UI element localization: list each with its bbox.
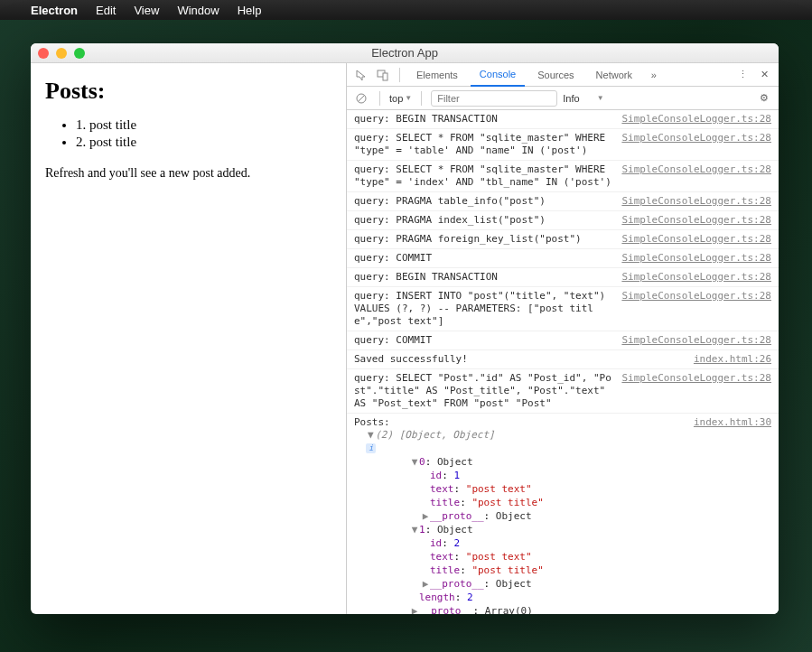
- more-tabs-icon[interactable]: »: [645, 66, 663, 84]
- settings-icon[interactable]: ⚙: [755, 89, 773, 107]
- minimize-window-button[interactable]: [56, 48, 67, 59]
- console-log-row: query: COMMITSimpleConsoleLogger.ts:28: [347, 331, 779, 350]
- log-source-link[interactable]: SimpleConsoleLogger.ts:28: [621, 290, 771, 303]
- log-message: query: PRAGMA index_list("post"): [354, 214, 614, 227]
- menu-window[interactable]: Window: [177, 4, 219, 17]
- console-toolbar: top▼ Info ▼ ⚙: [347, 87, 779, 110]
- level-selector[interactable]: Info ▼: [563, 93, 604, 104]
- tab-console[interactable]: Console: [471, 63, 525, 87]
- console-log-row: query: SELECT * FROM "sqlite_master" WHE…: [347, 129, 779, 161]
- console-log-row: query: PRAGMA table_info("post")SimpleCo…: [347, 192, 779, 211]
- disclosure-triangle-icon[interactable]: ▼: [410, 456, 419, 469]
- devtools-panel: Elements Console Sources Network » ⋮ ✕ t…: [347, 63, 779, 614]
- console-object-row: Posts: ▼(2) [Object, Object] i index.htm…: [347, 414, 779, 614]
- clear-console-icon[interactable]: [352, 89, 370, 107]
- inspect-icon[interactable]: [352, 66, 370, 84]
- disclosure-triangle-icon[interactable]: ▼: [410, 524, 419, 536]
- log-source-link[interactable]: SimpleConsoleLogger.ts:28: [621, 233, 771, 246]
- disclosure-triangle-icon[interactable]: ▶: [421, 578, 430, 591]
- log-source-link[interactable]: SimpleConsoleLogger.ts:28: [621, 113, 771, 126]
- console-log-row: Saved successfully!index.html:26: [347, 350, 779, 369]
- svg-rect-1: [383, 73, 387, 80]
- menu-edit[interactable]: Edit: [96, 4, 116, 17]
- log-source-link[interactable]: SimpleConsoleLogger.ts:28: [621, 252, 771, 265]
- log-message: query: COMMIT: [354, 334, 614, 347]
- disclosure-triangle-icon[interactable]: ▶: [410, 605, 419, 614]
- console-log-row: query: SELECT "Post"."id" AS "Post_id", …: [347, 369, 779, 414]
- disclosure-triangle-icon[interactable]: ▼: [366, 429, 375, 442]
- posts-list: 1. post title 2. post title: [45, 117, 331, 150]
- log-message: query: INSERT INTO "post"("title", "text…: [354, 290, 614, 328]
- list-item: 2. post title: [76, 135, 331, 150]
- log-message: query: BEGIN TRANSACTION: [354, 113, 614, 126]
- list-item: 1. post title: [76, 117, 331, 133]
- log-message: query: SELECT * FROM "sqlite_master" WHE…: [354, 163, 614, 189]
- menu-appname[interactable]: Electron: [31, 4, 78, 17]
- log-message: Saved successfully!: [354, 353, 686, 366]
- console-log-row: query: BEGIN TRANSACTIONSimpleConsoleLog…: [347, 268, 779, 287]
- window-titlebar: Electron App: [31, 43, 779, 63]
- log-message: query: PRAGMA foreign_key_list("post"): [354, 233, 614, 246]
- log-source-link[interactable]: SimpleConsoleLogger.ts:28: [621, 271, 771, 284]
- log-source-link[interactable]: SimpleConsoleLogger.ts:28: [621, 214, 771, 227]
- page-heading: Posts:: [45, 78, 331, 105]
- log-source-link[interactable]: SimpleConsoleLogger.ts:28: [621, 163, 771, 176]
- kebab-menu-icon[interactable]: ⋮: [733, 66, 751, 84]
- app-content-pane: Posts: 1. post title 2. post title Refre…: [31, 63, 347, 614]
- log-message: query: SELECT "Post"."id" AS "Post_id", …: [354, 372, 614, 410]
- disclosure-triangle-icon[interactable]: ▶: [421, 510, 430, 523]
- tab-sources[interactable]: Sources: [528, 63, 583, 87]
- maximize-window-button[interactable]: [74, 48, 85, 59]
- console-log-row: query: PRAGMA foreign_key_list("post")Si…: [347, 230, 779, 249]
- app-window: Electron App Posts: 1. post title 2. pos…: [31, 43, 779, 614]
- log-source-link[interactable]: SimpleConsoleLogger.ts:28: [621, 132, 771, 144]
- console-log-row: query: BEGIN TRANSACTIONSimpleConsoleLog…: [347, 110, 779, 129]
- log-source-link[interactable]: SimpleConsoleLogger.ts:28: [621, 372, 771, 385]
- log-message: query: COMMIT: [354, 252, 614, 265]
- info-icon[interactable]: i: [366, 443, 376, 453]
- menu-help[interactable]: Help: [238, 4, 262, 17]
- close-window-button[interactable]: [38, 48, 49, 59]
- devtools-tabbar: Elements Console Sources Network » ⋮ ✕: [347, 63, 779, 87]
- close-devtools-icon[interactable]: ✕: [755, 66, 773, 84]
- log-message: query: PRAGMA table_info("post"): [354, 195, 614, 208]
- filter-input[interactable]: [431, 90, 557, 107]
- context-selector[interactable]: top▼: [389, 93, 412, 104]
- svg-line-3: [359, 95, 365, 101]
- console-log-row: query: INSERT INTO "post"("title", "text…: [347, 287, 779, 331]
- tab-elements[interactable]: Elements: [407, 63, 467, 87]
- console-log-row: query: SELECT * FROM "sqlite_master" WHE…: [347, 161, 779, 192]
- log-message: query: BEGIN TRANSACTION: [354, 271, 614, 284]
- log-source-link[interactable]: index.html:26: [694, 353, 771, 366]
- macos-menubar: Electron Edit View Window Help: [0, 0, 812, 20]
- refresh-hint: Refresh and you'll see a new post added.: [45, 166, 331, 181]
- log-source-link[interactable]: SimpleConsoleLogger.ts:28: [621, 195, 771, 208]
- tab-network[interactable]: Network: [587, 63, 641, 87]
- console-log-row: query: COMMITSimpleConsoleLogger.ts:28: [347, 249, 779, 268]
- device-toggle-icon[interactable]: [374, 66, 392, 84]
- console-output[interactable]: query: BEGIN TRANSACTIONSimpleConsoleLog…: [347, 110, 779, 614]
- menu-view[interactable]: View: [134, 4, 159, 17]
- log-message: query: SELECT * FROM "sqlite_master" WHE…: [354, 132, 614, 157]
- log-source-link[interactable]: index.html:30: [694, 416, 771, 454]
- window-title: Electron App: [371, 46, 438, 60]
- log-source-link[interactable]: SimpleConsoleLogger.ts:28: [621, 334, 771, 347]
- console-log-row: query: PRAGMA index_list("post")SimpleCo…: [347, 211, 779, 230]
